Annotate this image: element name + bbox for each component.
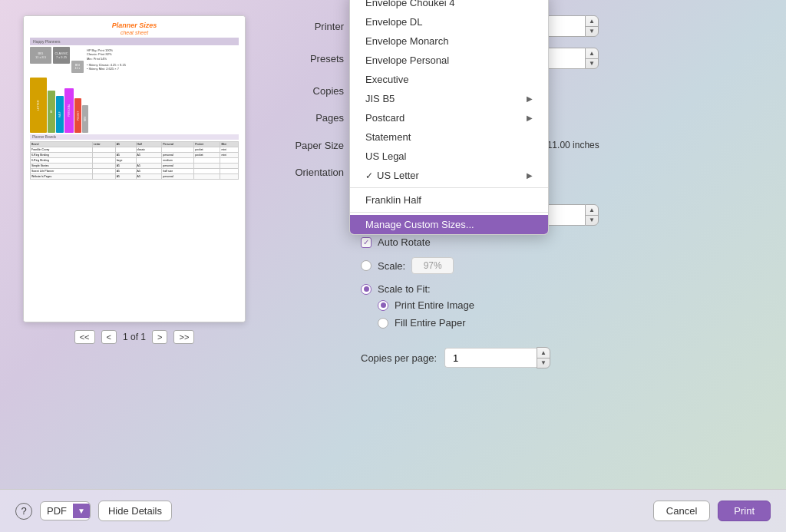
paper-size-row: Paper Size US Letter 8.50 by 11.00 inche… bbox=[269, 134, 771, 156]
fill-entire-paper-row: Fill Entire Paper bbox=[378, 317, 474, 329]
preview-panel: Planner Sizes cheat sheet Happy Planners… bbox=[15, 15, 253, 474]
copies-per-page-input[interactable]: 1 bbox=[444, 348, 537, 368]
copies-per-page-stepper[interactable]: ▲ ▼ bbox=[537, 347, 550, 368]
fill-entire-paper-label: Fill Entire Paper bbox=[395, 317, 465, 329]
scale-row: Scale: bbox=[361, 257, 771, 274]
hide-details-button[interactable]: Hide Details bbox=[98, 501, 172, 521]
dropdown-divider-2 bbox=[350, 212, 548, 213]
first-page-button[interactable]: << bbox=[74, 330, 95, 344]
copies-stepper-down[interactable]: ▼ bbox=[537, 359, 550, 368]
cancel-button[interactable]: Cancel bbox=[653, 501, 710, 521]
dropdown-item-executive[interactable]: Executive bbox=[350, 70, 548, 89]
copies-per-page-row: Copies per page: 1 ▲ ▼ bbox=[361, 347, 771, 368]
printer-stepper[interactable]: ▲ ▼ bbox=[585, 15, 599, 37]
dropdown-item-manage-custom[interactable]: Manage Custom Sizes... bbox=[350, 215, 548, 234]
cheat-subtitle: cheat sheet bbox=[30, 30, 239, 35]
presets-stepper-up[interactable]: ▲ bbox=[586, 48, 598, 59]
scale-radio[interactable] bbox=[361, 260, 372, 271]
dropdown-divider-1 bbox=[350, 187, 548, 188]
print-entire-image-row: Print Entire Image bbox=[378, 299, 474, 311]
dropdown-item-envelope-dl[interactable]: Envelope DL bbox=[350, 12, 548, 31]
jis-b5-arrow: ▶ bbox=[527, 94, 533, 103]
copies-per-page-wrapper: 1 ▲ ▼ bbox=[444, 347, 550, 368]
scale-input[interactable] bbox=[411, 257, 454, 274]
presets-stepper[interactable]: ▲ ▼ bbox=[585, 48, 599, 69]
auto-rotate-checkbox[interactable]: ✓ bbox=[361, 237, 372, 248]
prev-page-button[interactable]: < bbox=[101, 330, 117, 344]
preview-stepper-down[interactable]: ▼ bbox=[586, 216, 598, 226]
dropdown-item-franklin-half[interactable]: Franklin Half bbox=[350, 190, 548, 210]
dropdown-item-envelope-personal[interactable]: Envelope Personal bbox=[350, 51, 548, 70]
dropdown-item-envelope-choukei-4[interactable]: Envelope Choukei 4 bbox=[350, 0, 548, 12]
printer-stepper-up[interactable]: ▲ bbox=[586, 16, 598, 27]
print-dialog: Planner Sizes cheat sheet Happy Planners… bbox=[0, 0, 786, 532]
pdf-label: PDF bbox=[41, 502, 73, 520]
copies-per-page-label: Copies per page: bbox=[361, 352, 437, 364]
auto-rotate-row: ✓ Auto Rotate bbox=[361, 236, 771, 248]
page-label: 1 of 1 bbox=[123, 332, 146, 342]
scale-label: Scale: bbox=[378, 260, 405, 272]
printer-stepper-down[interactable]: ▼ bbox=[586, 27, 598, 37]
dropdown-item-statement[interactable]: Statement bbox=[350, 127, 548, 147]
next-page-button[interactable]: > bbox=[152, 330, 167, 344]
dropdown-item-us-letter[interactable]: ✓ US Letter ▶ bbox=[350, 166, 548, 185]
scale-to-fit-row: Scale to Fit: Print Entire Image Fill En… bbox=[361, 283, 771, 329]
fill-entire-paper-radio[interactable] bbox=[378, 318, 388, 329]
paper-size-dropdown: Envelope Choukei 4 Envelope DL Envelope … bbox=[349, 0, 549, 235]
us-letter-arrow: ▶ bbox=[527, 171, 533, 180]
preview-nav: << < 1 of 1 > >> bbox=[74, 330, 195, 344]
dropdown-item-jis-b5[interactable]: JIS B5 ▶ bbox=[350, 89, 548, 108]
print-button[interactable]: Print bbox=[718, 501, 771, 521]
dropdown-item-envelope-monarch[interactable]: Envelope Monarch bbox=[350, 31, 548, 51]
last-page-button[interactable]: >> bbox=[173, 330, 194, 344]
scale-to-fit-radio[interactable] bbox=[361, 284, 372, 295]
auto-rotate-label: Auto Rotate bbox=[378, 236, 431, 248]
printer-label: Printer bbox=[269, 21, 353, 32]
orientation-label: Orientation bbox=[269, 167, 353, 178]
pdf-button[interactable]: PDF ▼ bbox=[40, 501, 91, 520]
bottom-bar: ? PDF ▼ Hide Details Cancel Print bbox=[0, 489, 786, 532]
preview-container: Planner Sizes cheat sheet Happy Planners… bbox=[23, 15, 246, 322]
preview-stepper[interactable]: ▲ ▼ bbox=[585, 204, 599, 226]
print-entire-image-label: Print Entire Image bbox=[395, 299, 474, 311]
preview-stepper-up[interactable]: ▲ bbox=[586, 205, 598, 216]
pages-label: Pages bbox=[269, 112, 353, 124]
dropdown-item-postcard[interactable]: Postcard ▶ bbox=[350, 108, 548, 127]
copies-stepper-up[interactable]: ▲ bbox=[537, 348, 550, 359]
copies-label: Copies bbox=[269, 85, 353, 97]
paper-size-label: Paper Size bbox=[269, 140, 353, 151]
postcard-arrow: ▶ bbox=[527, 114, 533, 122]
presets-stepper-down[interactable]: ▼ bbox=[586, 59, 598, 69]
preview-image: Planner Sizes cheat sheet Happy Planners… bbox=[24, 16, 245, 322]
pdf-arrow-icon: ▼ bbox=[73, 504, 90, 518]
presets-label: Presets bbox=[269, 53, 353, 64]
settings-panel: Printer ▲ ▼ Presets bbox=[269, 15, 771, 474]
print-entire-image-radio[interactable] bbox=[378, 300, 388, 311]
dropdown-item-us-legal[interactable]: US Legal bbox=[350, 147, 548, 166]
help-button[interactable]: ? bbox=[15, 503, 32, 520]
scale-to-fit-label: Scale to Fit: bbox=[378, 283, 431, 295]
cheat-title: Planner Sizes bbox=[30, 22, 239, 30]
